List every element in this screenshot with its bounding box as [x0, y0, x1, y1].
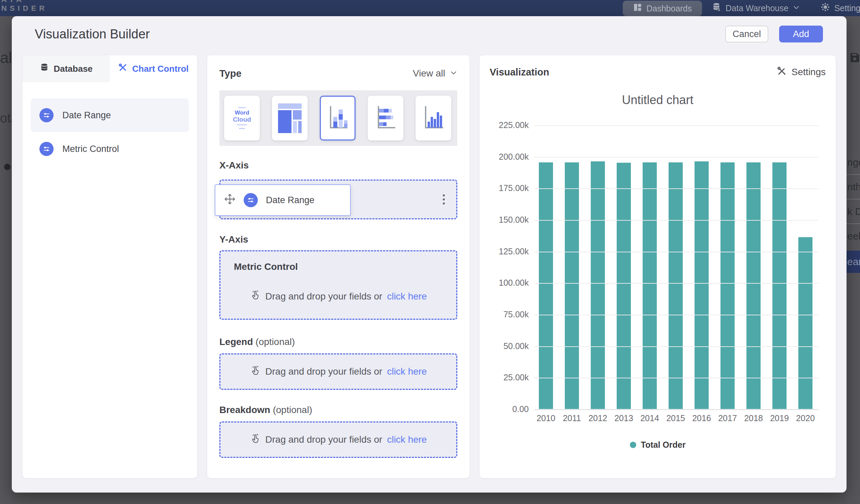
click-here-link[interactable]: click here	[387, 366, 427, 377]
visualization-heading: Visualization	[490, 67, 549, 78]
y-tick-label: 25.00k	[503, 373, 529, 383]
breakdown-dropzone[interactable]: Drag and drop your fields or click here	[219, 421, 457, 458]
dropzone-hint-text: Drag and drop your fields or	[265, 291, 382, 302]
move-icon	[224, 193, 235, 207]
breakdown-heading: Breakdown	[219, 405, 270, 415]
bar[interactable]	[694, 161, 709, 409]
tab-chart-control[interactable]: Chart Control	[110, 55, 197, 82]
x-tick-label: 2017	[720, 413, 735, 423]
bar[interactable]	[617, 163, 631, 409]
bar[interactable]	[591, 161, 605, 409]
x-tick-label: 2011	[565, 413, 579, 423]
y-tick-label: 175.00k	[499, 183, 529, 193]
tools-icon	[118, 63, 127, 74]
click-here-link[interactable]: click here	[387, 434, 427, 445]
chart-type-column[interactable]	[416, 96, 451, 141]
bar[interactable]	[643, 162, 657, 409]
legend-dropzone[interactable]: Drag and drop your fields or click here	[219, 354, 457, 390]
background-list-row: nthly	[847, 174, 860, 199]
y-axis-heading: Y-Axis	[219, 234, 457, 245]
x-axis-dropzone[interactable]: Date Range Date	[219, 179, 457, 219]
field-date-range-label: Date Range	[62, 110, 111, 120]
gridline	[534, 283, 819, 284]
bar[interactable]	[798, 237, 813, 409]
dropzone-hint-text: Drag and drop your fields or	[265, 366, 382, 377]
dashboard-grid-icon	[633, 3, 642, 14]
background-dropdown-rows: ngenthlyk Dateeeklyear	[847, 150, 860, 273]
gridline	[534, 125, 819, 126]
sliders-icon	[40, 142, 54, 156]
chart-type-stacked-column[interactable]	[320, 96, 356, 141]
y-axis-dropzone[interactable]: Metric Control Drag and drop your fields…	[219, 250, 457, 320]
background-bullet	[4, 164, 11, 170]
chart-type-stacked-bar[interactable]	[368, 96, 403, 141]
stacked-column-thumbnail	[326, 104, 349, 132]
background-list-row: k Date	[847, 199, 860, 224]
treemap-thumbnail	[278, 103, 302, 133]
nav-data-warehouse[interactable]: Data Warehouse	[702, 0, 810, 16]
chart-type-treemap[interactable]	[272, 96, 308, 141]
chevron-down-icon	[450, 68, 457, 79]
bar[interactable]	[772, 162, 787, 409]
bar[interactable]	[720, 162, 735, 409]
nav-data-warehouse-label: Data Warehouse	[726, 3, 789, 13]
tab-chart-control-label: Chart Control	[132, 64, 189, 74]
app-logo: ATA NSIDER	[1, 0, 47, 13]
fields-panel: Database Chart Control	[23, 55, 197, 478]
date-range-chip-label: Date Range	[266, 195, 314, 205]
top-nav: ATA NSIDER Dashboards Data Warehouse	[0, 0, 860, 16]
control-fields-list: Date Range Metric Control	[23, 82, 197, 165]
kebab-menu-icon[interactable]	[441, 192, 447, 206]
background-text-fragment: al	[0, 48, 12, 67]
x-tick-label: 2016	[694, 413, 709, 423]
nav-dashboards[interactable]: Dashboards	[623, 1, 702, 16]
tools-icon	[777, 66, 787, 78]
click-hand-icon	[250, 365, 260, 378]
legend-dot	[630, 442, 636, 448]
word-cloud-word: Cloud	[233, 116, 251, 123]
tab-database[interactable]: Database	[23, 55, 110, 82]
sliders-icon	[40, 108, 54, 122]
y-tick-label: 50.00k	[503, 341, 529, 351]
x-tick-label: 2013	[617, 413, 631, 423]
x-tick-label: 2018	[746, 413, 761, 423]
tab-database-label: Database	[54, 64, 93, 74]
database-icon	[40, 63, 49, 74]
y-tick-label: 125.00k	[499, 247, 529, 256]
chart-legend[interactable]: Total Order	[490, 440, 826, 450]
logo-line-2: NSIDER	[1, 4, 47, 13]
modal-title: Visualization Builder	[35, 27, 150, 41]
gridline	[534, 378, 819, 378]
bar[interactable]	[539, 162, 553, 409]
nav-settings-label: Settings	[834, 3, 860, 13]
modal-header: Visualization Builder Cancel Add	[35, 26, 823, 42]
y-tick-label: 0.00	[512, 404, 529, 414]
gridline	[534, 157, 819, 158]
bar[interactable]	[746, 162, 761, 409]
chart-plot: 225.00k200.00k175.00k150.00k125.00k100.0…	[534, 125, 819, 409]
chart-type-word-cloud[interactable]: Word Cloud	[224, 96, 260, 141]
date-range-chip[interactable]: Date Range	[215, 184, 351, 216]
gridline	[534, 220, 819, 221]
chart-settings-button[interactable]: Settings	[777, 66, 826, 78]
nav-settings[interactable]: Settings	[810, 0, 860, 16]
background-list-row: ear	[847, 251, 860, 273]
view-all-dropdown[interactable]: View all	[413, 68, 457, 79]
bar[interactable]	[565, 162, 579, 409]
x-tick-label: 2015	[669, 413, 683, 423]
field-metric-control[interactable]: Metric Control	[31, 133, 189, 165]
add-button[interactable]: Add	[779, 26, 823, 42]
chart-settings-label: Settings	[792, 67, 826, 77]
chart-bars	[539, 125, 813, 409]
gridline	[534, 409, 819, 410]
x-tick-label: 2010	[539, 413, 553, 423]
cancel-button[interactable]: Cancel	[725, 26, 768, 42]
builder-panel: Type View all Word Cloud	[207, 55, 470, 478]
bar[interactable]	[669, 162, 683, 409]
y-tick-label: 225.00k	[499, 120, 529, 130]
save-disk-icon	[848, 52, 860, 65]
sliders-icon	[244, 193, 258, 207]
stacked-bar-thumbnail	[374, 104, 397, 132]
click-here-link[interactable]: click here	[387, 291, 427, 302]
field-date-range[interactable]: Date Range	[31, 98, 189, 132]
